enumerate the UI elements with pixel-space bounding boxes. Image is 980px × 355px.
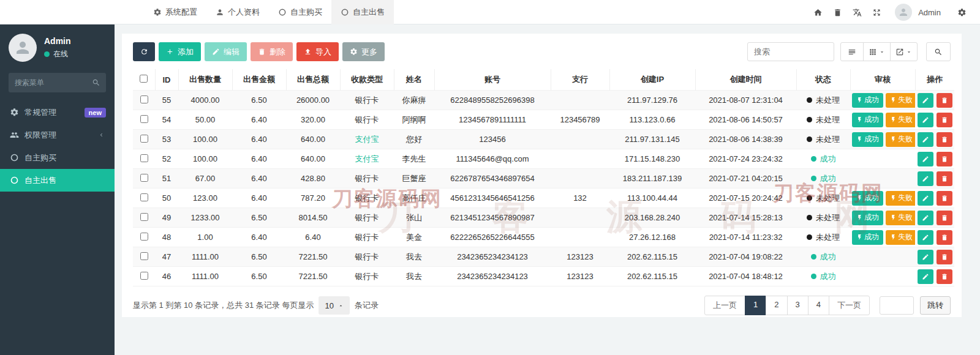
audit-fail-button[interactable]: 失败 bbox=[886, 132, 915, 147]
prev-page-button[interactable]: 上一页 bbox=[704, 296, 745, 315]
row-delete-button[interactable] bbox=[937, 113, 952, 127]
row-checkbox[interactable] bbox=[140, 115, 148, 123]
row-checkbox[interactable] bbox=[140, 252, 148, 260]
row-edit-button[interactable] bbox=[918, 191, 933, 206]
row-checkbox[interactable] bbox=[140, 95, 148, 103]
column-header-created[interactable]: 创建时间 bbox=[695, 69, 796, 91]
table-search-input[interactable] bbox=[747, 42, 834, 61]
column-header-audit[interactable]: 审核 bbox=[850, 69, 915, 91]
edit-button[interactable]: 编辑 bbox=[205, 42, 247, 61]
trash-button[interactable] bbox=[827, 0, 847, 24]
row-edit-button[interactable] bbox=[918, 230, 933, 245]
row-edit-button[interactable] bbox=[918, 152, 933, 166]
status-badge: 未处理 bbox=[796, 110, 850, 130]
sidebar-item-general-mgmt[interactable]: 常规管理new bbox=[0, 101, 115, 124]
column-header-type[interactable]: 收款类型 bbox=[340, 69, 394, 91]
row-checkbox[interactable] bbox=[140, 193, 148, 201]
column-header-branch[interactable]: 支行 bbox=[551, 69, 609, 91]
sidebar-search bbox=[9, 73, 106, 92]
columns-button[interactable] bbox=[863, 42, 891, 61]
column-header-qty[interactable]: 出售数量 bbox=[178, 69, 232, 91]
audit-fail-button[interactable]: 失败 bbox=[886, 93, 915, 108]
row-delete-button[interactable] bbox=[937, 171, 952, 186]
audit-success-button[interactable]: 成功 bbox=[852, 93, 883, 108]
row-checkbox[interactable] bbox=[140, 272, 148, 280]
export-button[interactable] bbox=[890, 42, 918, 61]
audit-fail-button[interactable]: 失败 bbox=[886, 113, 915, 127]
audit-fail-button[interactable]: 失败 bbox=[886, 230, 915, 245]
cell-ip: 202.62.115.15 bbox=[609, 247, 695, 267]
row-checkbox[interactable] bbox=[140, 174, 148, 182]
online-status: 在线 bbox=[44, 49, 71, 59]
search-submit-button[interactable] bbox=[926, 42, 951, 61]
more-button[interactable]: 更多 bbox=[342, 42, 385, 61]
audit-success-button[interactable]: 成功 bbox=[852, 191, 883, 206]
audit-success-button[interactable]: 成功 bbox=[852, 132, 883, 147]
row-edit-button[interactable] bbox=[918, 132, 933, 147]
audit-success-button[interactable]: 成功 bbox=[852, 230, 883, 245]
page-3-button[interactable]: 3 bbox=[787, 296, 809, 315]
table-body: 55 4000.00 6.50 26000.00 银行卡 你麻痹 6228489… bbox=[133, 91, 954, 286]
tab-system-config[interactable]: 系统配置 bbox=[144, 0, 206, 24]
audit-fail-button[interactable]: 失败 bbox=[886, 191, 915, 206]
column-header-name[interactable]: 姓名 bbox=[394, 69, 434, 91]
cell-name: 美金 bbox=[394, 228, 434, 247]
row-checkbox[interactable] bbox=[140, 154, 148, 162]
row-edit-button[interactable] bbox=[918, 269, 933, 284]
fullscreen-button[interactable] bbox=[867, 0, 886, 24]
sidebar-item-auth-mgmt[interactable]: 权限管理 bbox=[0, 124, 115, 146]
toggle-view-button[interactable] bbox=[840, 42, 864, 61]
row-edit-button[interactable] bbox=[918, 211, 933, 225]
row-delete-button[interactable] bbox=[937, 152, 952, 166]
refresh-button[interactable] bbox=[133, 42, 155, 61]
settings-button[interactable] bbox=[952, 0, 971, 24]
column-header-id[interactable]: ID bbox=[155, 69, 178, 91]
row-delete-button[interactable] bbox=[937, 250, 952, 264]
column-header-ops[interactable]: 操作 bbox=[915, 69, 954, 91]
tab-self-buy[interactable]: 自主购买 bbox=[269, 0, 331, 24]
column-header-ip[interactable]: 创建IP bbox=[609, 69, 695, 91]
column-header-total[interactable]: 出售总额 bbox=[286, 69, 340, 91]
column-header-status[interactable]: 状态 bbox=[796, 69, 850, 91]
page-2-button[interactable]: 2 bbox=[766, 296, 787, 315]
avatar[interactable] bbox=[895, 4, 912, 21]
audit-success-button[interactable]: 成功 bbox=[852, 211, 883, 225]
audit-fail-button[interactable]: 失败 bbox=[886, 211, 915, 225]
row-delete-button[interactable] bbox=[937, 191, 952, 206]
row-checkbox[interactable] bbox=[140, 233, 148, 241]
jump-page-input[interactable] bbox=[880, 296, 914, 315]
page-4-button[interactable]: 4 bbox=[808, 296, 829, 315]
page-size-select[interactable]: 10 bbox=[318, 296, 349, 315]
cell-ip: 211.97.131.145 bbox=[609, 130, 695, 149]
row-delete-button[interactable] bbox=[937, 269, 952, 284]
import-button[interactable]: 导入 bbox=[296, 42, 339, 61]
row-edit-button[interactable] bbox=[918, 113, 933, 127]
username-menu[interactable]: Admin bbox=[918, 8, 941, 17]
jump-button[interactable]: 跳转 bbox=[920, 296, 951, 315]
cell-id: 51 bbox=[155, 169, 178, 189]
cell-id: 49 bbox=[155, 208, 178, 228]
audit-success-button[interactable]: 成功 bbox=[852, 113, 883, 127]
row-checkbox[interactable] bbox=[140, 213, 148, 221]
tab-profile[interactable]: 个人资料 bbox=[206, 0, 269, 24]
home-button[interactable] bbox=[808, 0, 827, 24]
select-all-checkbox[interactable] bbox=[140, 75, 148, 83]
row-delete-button[interactable] bbox=[937, 211, 952, 225]
row-edit-button[interactable] bbox=[918, 171, 933, 186]
column-header-account[interactable]: 账号 bbox=[434, 69, 551, 91]
add-button[interactable]: 添加 bbox=[159, 42, 201, 61]
row-delete-button[interactable] bbox=[937, 230, 952, 245]
sidebar-item-self-buy[interactable]: 自主购买 bbox=[0, 146, 115, 169]
language-button[interactable] bbox=[847, 0, 867, 24]
sidebar-item-self-sell[interactable]: 自主出售 bbox=[0, 169, 115, 192]
row-edit-button[interactable] bbox=[918, 93, 933, 108]
delete-button[interactable]: 删除 bbox=[251, 42, 293, 61]
row-delete-button[interactable] bbox=[937, 132, 952, 147]
page-1-button[interactable]: 1 bbox=[745, 296, 766, 315]
row-delete-button[interactable] bbox=[937, 93, 952, 108]
row-edit-button[interactable] bbox=[918, 250, 933, 264]
row-checkbox[interactable] bbox=[140, 135, 148, 143]
next-page-button[interactable]: 下一页 bbox=[829, 296, 870, 315]
tab-self-sell[interactable]: 自主出售 bbox=[331, 0, 394, 24]
column-header-price[interactable]: 出售金额 bbox=[232, 69, 286, 91]
